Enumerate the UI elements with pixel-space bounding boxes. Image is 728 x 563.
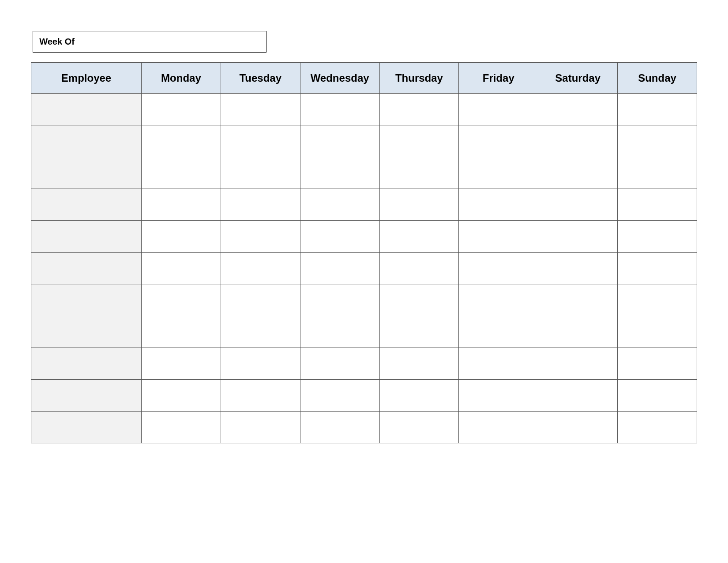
day-cell[interactable] — [300, 189, 379, 221]
day-cell[interactable] — [300, 284, 379, 316]
day-cell[interactable] — [538, 189, 618, 221]
day-cell[interactable] — [538, 125, 618, 157]
day-cell[interactable] — [618, 157, 697, 189]
employee-cell[interactable] — [31, 412, 142, 443]
day-cell[interactable] — [538, 253, 618, 284]
day-cell[interactable] — [379, 284, 459, 316]
day-cell[interactable] — [459, 316, 538, 348]
day-cell[interactable] — [300, 253, 379, 284]
table-row — [31, 189, 697, 221]
table-row — [31, 380, 697, 412]
day-cell[interactable] — [379, 189, 459, 221]
table-row — [31, 316, 697, 348]
day-cell[interactable] — [221, 94, 300, 125]
day-cell[interactable] — [379, 348, 459, 380]
day-cell[interactable] — [300, 221, 379, 253]
day-cell[interactable] — [618, 253, 697, 284]
day-cell[interactable] — [300, 412, 379, 443]
day-cell[interactable] — [618, 284, 697, 316]
day-cell[interactable] — [142, 94, 221, 125]
table-row — [31, 253, 697, 284]
week-of-input[interactable] — [81, 31, 266, 53]
day-cell[interactable] — [379, 253, 459, 284]
day-cell[interactable] — [459, 380, 538, 412]
day-cell[interactable] — [538, 94, 618, 125]
employee-cell[interactable] — [31, 284, 142, 316]
employee-cell[interactable] — [31, 221, 142, 253]
day-cell[interactable] — [379, 380, 459, 412]
day-cell[interactable] — [538, 412, 618, 443]
day-cell[interactable] — [618, 94, 697, 125]
day-cell[interactable] — [221, 316, 300, 348]
header-tuesday: Tuesday — [221, 63, 300, 94]
day-cell[interactable] — [379, 125, 459, 157]
day-cell[interactable] — [300, 380, 379, 412]
day-cell[interactable] — [300, 316, 379, 348]
employee-cell[interactable] — [31, 253, 142, 284]
day-cell[interactable] — [300, 157, 379, 189]
header-employee: Employee — [31, 63, 142, 94]
day-cell[interactable] — [221, 157, 300, 189]
day-cell[interactable] — [618, 221, 697, 253]
day-cell[interactable] — [459, 189, 538, 221]
day-cell[interactable] — [379, 316, 459, 348]
day-cell[interactable] — [459, 221, 538, 253]
table-row — [31, 221, 697, 253]
day-cell[interactable] — [618, 380, 697, 412]
employee-cell[interactable] — [31, 348, 142, 380]
day-cell[interactable] — [538, 348, 618, 380]
header-wednesday: Wednesday — [300, 63, 379, 94]
day-cell[interactable] — [142, 380, 221, 412]
day-cell[interactable] — [379, 221, 459, 253]
day-cell[interactable] — [379, 94, 459, 125]
day-cell[interactable] — [142, 316, 221, 348]
day-cell[interactable] — [459, 253, 538, 284]
day-cell[interactable] — [221, 348, 300, 380]
employee-cell[interactable] — [31, 157, 142, 189]
day-cell[interactable] — [221, 189, 300, 221]
day-cell[interactable] — [459, 157, 538, 189]
day-cell[interactable] — [618, 189, 697, 221]
day-cell[interactable] — [142, 348, 221, 380]
day-cell[interactable] — [618, 316, 697, 348]
day-cell[interactable] — [459, 412, 538, 443]
day-cell[interactable] — [221, 221, 300, 253]
day-cell[interactable] — [459, 348, 538, 380]
employee-cell[interactable] — [31, 316, 142, 348]
employee-cell[interactable] — [31, 380, 142, 412]
day-cell[interactable] — [221, 284, 300, 316]
day-cell[interactable] — [142, 253, 221, 284]
day-cell[interactable] — [459, 94, 538, 125]
employee-cell[interactable] — [31, 94, 142, 125]
day-cell[interactable] — [142, 189, 221, 221]
day-cell[interactable] — [300, 348, 379, 380]
day-cell[interactable] — [618, 412, 697, 443]
table-row — [31, 94, 697, 125]
day-cell[interactable] — [221, 253, 300, 284]
employee-cell[interactable] — [31, 189, 142, 221]
day-cell[interactable] — [142, 157, 221, 189]
day-cell[interactable] — [300, 125, 379, 157]
day-cell[interactable] — [142, 284, 221, 316]
day-cell[interactable] — [221, 380, 300, 412]
day-cell[interactable] — [538, 380, 618, 412]
day-cell[interactable] — [618, 348, 697, 380]
day-cell[interactable] — [379, 157, 459, 189]
table-row — [31, 284, 697, 316]
day-cell[interactable] — [142, 125, 221, 157]
day-cell[interactable] — [538, 284, 618, 316]
employee-cell[interactable] — [31, 125, 142, 157]
day-cell[interactable] — [459, 284, 538, 316]
header-sunday: Sunday — [618, 63, 697, 94]
day-cell[interactable] — [538, 221, 618, 253]
day-cell[interactable] — [618, 125, 697, 157]
day-cell[interactable] — [221, 412, 300, 443]
day-cell[interactable] — [300, 94, 379, 125]
day-cell[interactable] — [538, 316, 618, 348]
day-cell[interactable] — [142, 221, 221, 253]
day-cell[interactable] — [459, 125, 538, 157]
day-cell[interactable] — [142, 412, 221, 443]
day-cell[interactable] — [379, 412, 459, 443]
day-cell[interactable] — [538, 157, 618, 189]
day-cell[interactable] — [221, 125, 300, 157]
